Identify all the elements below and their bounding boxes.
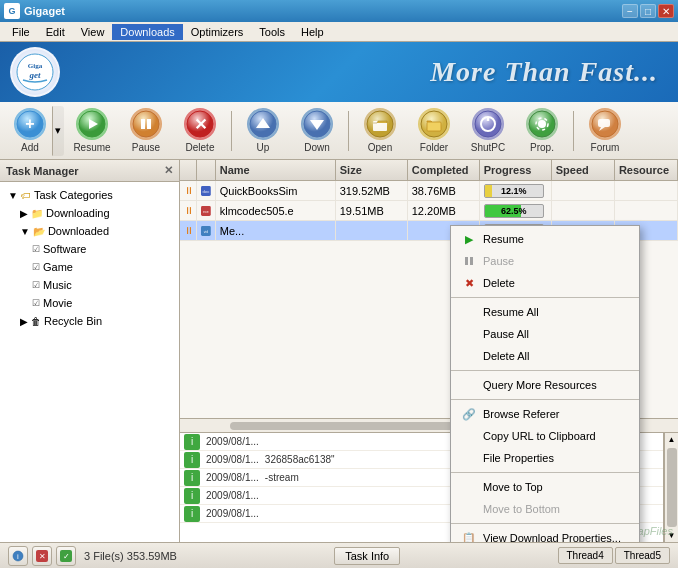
task-info-button[interactable]: Task Info	[334, 547, 400, 565]
sidebar-item-movie[interactable]: ☑ Movie	[0, 294, 179, 312]
pause-button[interactable]: Pause	[120, 106, 172, 156]
add-button[interactable]: + Add	[8, 106, 52, 156]
open-button[interactable]: Open	[354, 106, 406, 156]
down-label: Down	[304, 142, 330, 153]
svg-text:✓: ✓	[63, 552, 70, 561]
vertical-scrollbar[interactable]: ▲ ▼	[664, 433, 678, 542]
prop-button[interactable]: Prop.	[516, 106, 568, 156]
menu-view[interactable]: View	[73, 24, 113, 40]
folder-button[interactable]: Folder	[408, 106, 460, 156]
menu-file[interactable]: File	[4, 24, 38, 40]
menu-help[interactable]: Help	[293, 24, 332, 40]
ctx-browse-label: Browse Referer	[483, 408, 559, 420]
shutpc-icon	[472, 108, 504, 140]
ctx-resume-label: Resume	[483, 233, 524, 245]
resume-button[interactable]: Resume	[66, 106, 118, 156]
menu-optimizers[interactable]: Optimizers	[183, 24, 252, 40]
sidebar-item-game[interactable]: ☑ Game	[0, 258, 179, 276]
delete-button[interactable]: ✕ Delete	[174, 106, 226, 156]
movie-checkbox: ☑	[32, 298, 40, 308]
sidebar-item-recycle-bin[interactable]: ▶ 🗑 Recycle Bin	[0, 312, 179, 330]
ctx-query-more[interactable]: Query More Resources	[451, 374, 639, 396]
ctx-query-icon	[461, 377, 477, 393]
banner-logo: Giga get	[0, 47, 60, 97]
sidebar-item-downloaded[interactable]: ▼ 📂 Downloaded	[0, 222, 179, 240]
ctx-browse-referer[interactable]: 🔗 Browse Referer	[451, 403, 639, 425]
sidebar-item-task-categories[interactable]: ▼ 🏷 Task Categories	[0, 186, 179, 204]
col-header-icon[interactable]	[197, 160, 216, 180]
maximize-button[interactable]: □	[640, 4, 656, 18]
ctx-resume-all[interactable]: Resume All	[451, 301, 639, 323]
ctx-move-top[interactable]: Move to Top	[451, 476, 639, 498]
title-controls: − □ ✕	[622, 4, 674, 18]
ctx-view-download-props[interactable]: 📋 View Download Properties...	[451, 527, 639, 542]
music-checkbox: ☑	[32, 280, 40, 290]
sidebar-header: Task Manager ✕	[0, 160, 179, 182]
menu-bar: File Edit View Downloads Optimizers Tool…	[0, 22, 678, 42]
ctx-copy-url[interactable]: Copy URL to Clipboard	[451, 425, 639, 447]
ctx-resume[interactable]: ▶ Resume	[451, 228, 639, 250]
log-icon-3: i	[184, 470, 200, 486]
col-header-size[interactable]: Size	[336, 160, 408, 180]
log-detail-1: 326858ac6138"	[265, 454, 335, 465]
forum-label: Forum	[591, 142, 620, 153]
menu-tools[interactable]: Tools	[251, 24, 293, 40]
sidebar-item-music[interactable]: ☑ Music	[0, 276, 179, 294]
pause-icon	[130, 108, 162, 140]
ctx-move-bottom[interactable]: Move to Bottom	[451, 498, 639, 520]
delete-label: Delete	[186, 142, 215, 153]
svg-text:✕: ✕	[194, 116, 207, 133]
ctx-pause[interactable]: Pause	[451, 250, 639, 272]
ctx-delete-all[interactable]: Delete All	[451, 345, 639, 367]
status-icons: i ✕ ✓	[8, 546, 76, 566]
sidebar-item-downloading[interactable]: ▶ 📁 Downloading	[0, 204, 179, 222]
ctx-viewprops-icon: 📋	[461, 530, 477, 542]
table-row[interactable]: ⏸ exe klmcodec505.e 19.51MB 12.20MB 62.5…	[180, 201, 678, 221]
col-header-speed[interactable]: Speed	[552, 160, 615, 180]
status-file-count: 3 File(s) 353.59MB	[84, 550, 177, 562]
svg-text:✕: ✕	[39, 552, 46, 561]
music-label: Music	[43, 279, 72, 291]
ctx-file-properties[interactable]: File Properties	[451, 447, 639, 469]
shutpc-button[interactable]: ShutPC	[462, 106, 514, 156]
table-row[interactable]: ⏸ doc QuickBooksSim 319.52MB 38.76MB 12.…	[180, 181, 678, 201]
menu-edit[interactable]: Edit	[38, 24, 73, 40]
ctx-query-label: Query More Resources	[483, 379, 597, 391]
forum-button[interactable]: Forum	[579, 106, 631, 156]
add-label: Add	[21, 142, 39, 153]
log-text-4: 2009/08/1...	[206, 490, 259, 501]
ctx-pause-icon	[461, 253, 477, 269]
svg-text:Giga: Giga	[28, 62, 43, 70]
add-button-wrap[interactable]: + Add ▾	[8, 106, 64, 156]
status-icon-btn-3[interactable]: ✓	[56, 546, 76, 566]
status-icon-btn-2[interactable]: ✕	[32, 546, 52, 566]
row2-completed: 12.20MB	[408, 201, 480, 221]
recycle-bin-icon: 🗑	[31, 316, 41, 327]
menu-downloads[interactable]: Downloads	[112, 24, 182, 40]
row2-speed	[552, 201, 615, 221]
col-header-resource[interactable]: Resource	[615, 160, 678, 180]
status-icon-btn-1[interactable]: i	[8, 546, 28, 566]
thread4-tab[interactable]: Thread4	[558, 547, 613, 564]
ctx-delete[interactable]: ✖ Delete	[451, 272, 639, 294]
sidebar-close-button[interactable]: ✕	[164, 164, 173, 177]
ctx-delete-all-icon	[461, 348, 477, 364]
toolbar-separator-3	[573, 111, 574, 151]
minimize-button[interactable]: −	[622, 4, 638, 18]
col-header-name[interactable]: Name	[216, 160, 336, 180]
col-header-completed[interactable]: Completed	[408, 160, 480, 180]
col-header-status[interactable]	[180, 160, 197, 180]
main-area: Task Manager ✕ ▼ 🏷 Task Categories ▶ 📁 D…	[0, 160, 678, 542]
up-button[interactable]: Up	[237, 106, 289, 156]
down-button[interactable]: Down	[291, 106, 343, 156]
add-icon: +	[14, 108, 46, 140]
ctx-pause-all[interactable]: Pause All	[451, 323, 639, 345]
toolbar: + Add ▾ Resume Pause ✕ Delete	[0, 102, 678, 160]
sidebar-item-software[interactable]: ☑ Software	[0, 240, 179, 258]
col-header-progress[interactable]: Progress	[480, 160, 552, 180]
close-button[interactable]: ✕	[658, 4, 674, 18]
svg-point-21	[538, 120, 546, 128]
add-dropdown-arrow[interactable]: ▾	[52, 106, 64, 156]
thread5-tab[interactable]: Thread5	[615, 547, 670, 564]
title-bar-left: G Gigaget	[4, 3, 65, 19]
